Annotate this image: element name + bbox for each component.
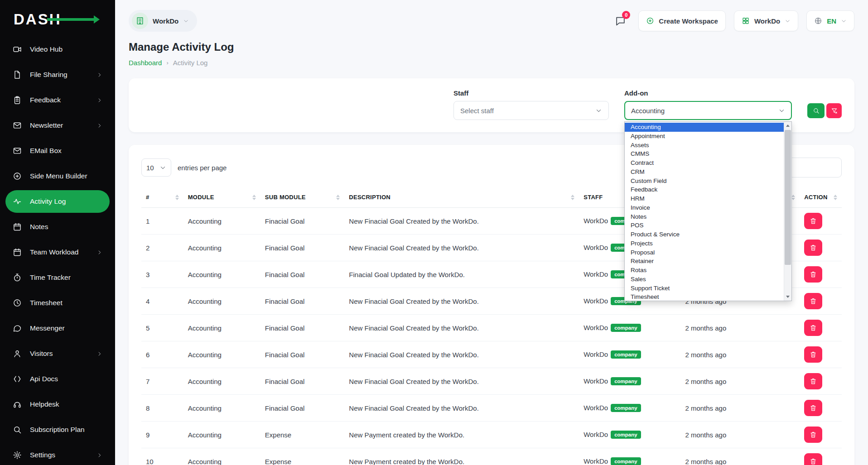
dropdown-option-proposal[interactable]: Proposal xyxy=(625,248,784,257)
column-header-num[interactable]: # xyxy=(141,188,183,208)
action-cell xyxy=(800,288,842,315)
workspace-menu-button[interactable]: WorkDo xyxy=(734,10,798,31)
sidebar-item-visitors[interactable]: Visitors xyxy=(5,342,110,365)
module-cell: Accounting xyxy=(183,341,260,368)
dropdown-option-sales[interactable]: Sales xyxy=(625,275,784,284)
column-header-sub-module[interactable]: SUB MODULE xyxy=(260,188,345,208)
sort-icon[interactable] xyxy=(834,195,837,200)
sub-module-cell: Finacial Goal xyxy=(260,368,345,395)
dropdown-option-cmms[interactable]: CMMS xyxy=(625,149,784,158)
workspace-switcher[interactable]: WorkDo xyxy=(129,10,197,32)
dropdown-option-pos[interactable]: POS xyxy=(625,221,784,230)
entries-per-page: 10 entries per page xyxy=(141,158,227,177)
dropdown-option-product-service[interactable]: Product & Service xyxy=(625,230,784,239)
sort-icon[interactable] xyxy=(175,195,179,200)
dropdown-option-accounting[interactable]: Accounting xyxy=(625,123,784,132)
sidebar-item-label: Subscription Plan xyxy=(30,426,85,434)
dropdown-scrollbar[interactable] xyxy=(784,122,791,301)
delete-button[interactable] xyxy=(804,400,822,416)
delete-button[interactable] xyxy=(804,346,822,363)
module-cell: Accounting xyxy=(183,261,260,288)
dropdown-option-notes[interactable]: Notes xyxy=(625,212,784,221)
column-header-module[interactable]: MODULE xyxy=(183,188,260,208)
file-icon xyxy=(13,70,22,79)
sidebar-item-side-menu-builder[interactable]: Side Menu Builder xyxy=(5,165,110,187)
description-cell: New Finacial Goal Created by the WorkDo. xyxy=(344,288,579,315)
reset-filter-button[interactable] xyxy=(826,103,842,118)
column-header-description[interactable]: DESCRIPTION xyxy=(344,188,579,208)
action-cell xyxy=(800,235,842,261)
headset-icon xyxy=(13,400,22,409)
scrollbar-up-arrow-icon[interactable] xyxy=(784,122,791,129)
sort-icon[interactable] xyxy=(252,195,256,200)
staff-cell: WorkDocompany xyxy=(579,395,680,422)
delete-button[interactable] xyxy=(804,427,822,443)
entries-per-page-select[interactable]: 10 xyxy=(141,158,171,177)
sidebar-item-api-docs[interactable]: Api Docs xyxy=(5,368,110,390)
timer-icon xyxy=(13,273,22,282)
messages-button[interactable]: 0 xyxy=(610,11,630,31)
delete-button[interactable] xyxy=(804,240,822,256)
addon-select[interactable]: Accounting xyxy=(624,101,792,120)
dropdown-option-projects[interactable]: Projects xyxy=(625,239,784,248)
sidebar-item-notes[interactable]: Notes xyxy=(5,216,110,238)
search-button[interactable] xyxy=(807,103,825,118)
delete-button[interactable] xyxy=(804,373,822,389)
delete-button[interactable] xyxy=(804,293,822,309)
sidebar-item-label: Messenger xyxy=(30,324,65,332)
sub-module-cell: Expense xyxy=(260,422,345,448)
dropdown-option-assets[interactable]: Assets xyxy=(625,141,784,150)
sidebar-item-file-sharing[interactable]: File Sharing xyxy=(5,63,110,86)
sidebar-item-subscription-plan[interactable]: Subscription Plan xyxy=(5,418,110,441)
topbar-actions: 0 Create Workspace WorkDo EN xyxy=(610,10,854,31)
sidebar-item-settings[interactable]: Settings xyxy=(5,444,110,465)
sidebar-item-newsletter[interactable]: Newsletter xyxy=(5,114,110,137)
dropdown-option-invoice[interactable]: Invoice xyxy=(625,203,784,212)
dropdown-option-feedback[interactable]: Feedback xyxy=(625,185,784,194)
sidebar-item-email-box[interactable]: EMail Box xyxy=(5,139,110,162)
dropdown-option-hrm[interactable]: HRM xyxy=(625,194,784,203)
dropdown-option-timesheet[interactable]: Timesheet xyxy=(625,292,784,301)
date-cell: 2 months ago xyxy=(680,448,800,465)
dropdown-option-crm[interactable]: CRM xyxy=(625,168,784,177)
delete-button[interactable] xyxy=(804,213,822,229)
create-workspace-button[interactable]: Create Workspace xyxy=(638,10,726,31)
sidebar-item-time-tracker[interactable]: Time Tracker xyxy=(5,266,110,289)
company-badge: company xyxy=(611,350,641,359)
table-row: 6AccountingFinacial GoalNew Finacial Goa… xyxy=(141,341,842,368)
language-selector[interactable]: EN xyxy=(806,10,854,31)
scrollbar-thumb[interactable] xyxy=(785,130,791,265)
dropdown-option-contract[interactable]: Contract xyxy=(625,158,784,168)
dropdown-option-appointment[interactable]: Appointment xyxy=(625,132,784,141)
staff-select[interactable]: Select staff xyxy=(453,101,609,120)
action-cell xyxy=(800,368,842,395)
scrollbar-down-arrow-icon[interactable] xyxy=(784,293,791,301)
dash-logo[interactable]: DASH xyxy=(14,11,62,28)
sidebar-item-messenger[interactable]: Messenger xyxy=(5,317,110,340)
sort-icon[interactable] xyxy=(336,195,340,200)
company-badge: company xyxy=(611,431,641,439)
sort-icon[interactable] xyxy=(791,195,795,200)
create-workspace-label: Create Workspace xyxy=(659,17,718,25)
dropdown-option-support-ticket[interactable]: Support Ticket xyxy=(625,284,784,293)
dropdown-option-custom-field[interactable]: Custom Field xyxy=(625,177,784,186)
sidebar-item-feedback[interactable]: Feedback xyxy=(5,89,110,111)
sort-icon[interactable] xyxy=(571,195,574,200)
sidebar-item-timesheet[interactable]: Timesheet xyxy=(5,292,110,314)
sidebar-item-activity-log[interactable]: Activity Log xyxy=(5,190,110,213)
visitor-icon xyxy=(13,349,22,358)
delete-button[interactable] xyxy=(804,453,822,465)
delete-button[interactable] xyxy=(804,320,822,336)
dropdown-option-rotas[interactable]: Rotas xyxy=(625,266,784,275)
dropdown-option-retainer[interactable]: Retainer xyxy=(625,257,784,266)
workspace-avatar xyxy=(132,13,148,29)
sidebar-item-team-workload[interactable]: Team Workload xyxy=(5,241,110,264)
sidebar-item-helpdesk[interactable]: Helpdesk xyxy=(5,393,110,416)
breadcrumb: Dashboard › Activity Log xyxy=(129,59,854,67)
entries-per-page-label: entries per page xyxy=(178,164,227,172)
column-label: DESCRIPTION xyxy=(349,194,391,201)
column-header-action[interactable]: ACTION xyxy=(800,188,842,208)
breadcrumb-dashboard-link[interactable]: Dashboard xyxy=(129,59,162,67)
sidebar-item-video-hub[interactable]: Video Hub xyxy=(5,38,110,61)
delete-button[interactable] xyxy=(804,266,822,283)
